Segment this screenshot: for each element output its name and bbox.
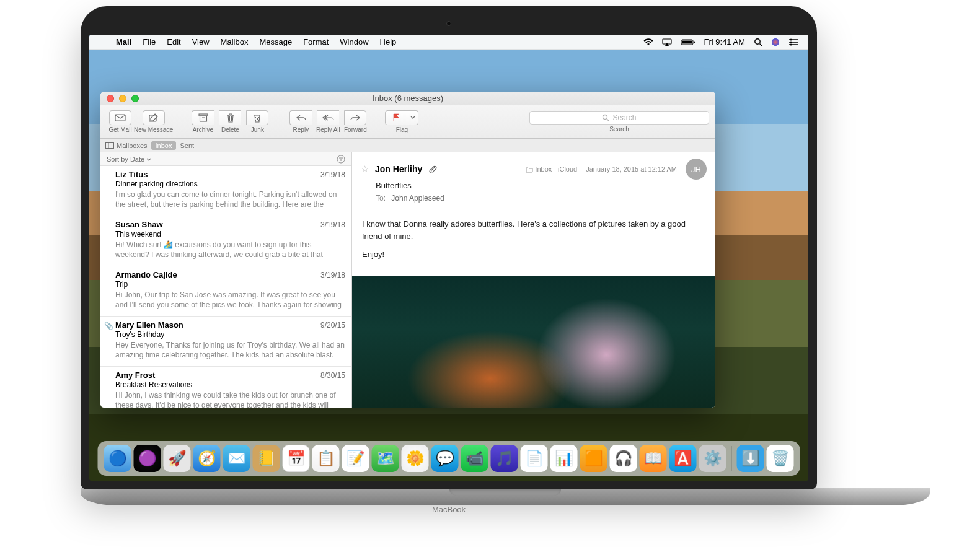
- dock-notes[interactable]: 📝: [342, 445, 369, 472]
- dock-ibooks[interactable]: 📖: [640, 445, 667, 472]
- dock-calendar[interactable]: 📅: [283, 445, 310, 472]
- dock-finder[interactable]: 🔵: [104, 445, 131, 472]
- dock-safari[interactable]: 🧭: [193, 445, 221, 472]
- battery-icon[interactable]: [681, 38, 695, 46]
- search-input[interactable]: Search: [529, 111, 709, 125]
- message-subject: Trip: [115, 280, 345, 289]
- siri-icon[interactable]: [771, 38, 780, 46]
- menu-help[interactable]: Help: [374, 37, 402, 46]
- spotlight-icon[interactable]: [754, 38, 762, 46]
- reader-folder[interactable]: Inbox - iCloud: [526, 165, 577, 173]
- menu-edit[interactable]: Edit: [161, 37, 186, 46]
- sort-bar[interactable]: Sort by Date: [100, 152, 351, 166]
- dock-maps[interactable]: 🗺️: [372, 445, 399, 472]
- junk-button[interactable]: Junk: [244, 110, 271, 133]
- chevron-down-icon: [146, 158, 151, 162]
- dock-music[interactable]: 🎧: [610, 445, 637, 472]
- reader-attachment-image[interactable]: [352, 276, 715, 408]
- delete-button[interactable]: Delete: [216, 110, 244, 133]
- menu-clock[interactable]: Fri 9:41 AM: [704, 37, 745, 46]
- mailboxes-label: Mailboxes: [117, 142, 148, 149]
- to-label: To:: [376, 194, 386, 203]
- desktop-screen: Mail File Edit View Mailbox Message Form…: [89, 35, 808, 481]
- reader-datetime: January 18, 2015 at 12:12 AM: [586, 165, 677, 173]
- reply-all-icon: [322, 114, 335, 121]
- dock-itunes[interactable]: 🎵: [491, 445, 518, 472]
- menu-view[interactable]: View: [187, 37, 215, 46]
- menu-file[interactable]: File: [137, 37, 161, 46]
- reply-label: Reply: [293, 126, 309, 133]
- message-preview: Hey Everyone, Thanks for joining us for …: [115, 340, 345, 361]
- message-date: 3/19/18: [320, 170, 345, 179]
- reader-body[interactable]: I know that Donna really adores butterfl…: [352, 209, 715, 276]
- reader-body-p1: I know that Donna really adores butterfl…: [362, 218, 705, 242]
- dock-siri[interactable]: 🟣: [134, 445, 161, 472]
- reply-button[interactable]: Reply: [287, 110, 314, 133]
- message-item[interactable]: Susan Shaw3/19/18This weekendHi! Which s…: [100, 216, 351, 266]
- menu-app-name[interactable]: Mail: [110, 37, 137, 46]
- new-message-button[interactable]: New Message: [134, 110, 173, 133]
- message-subject: This weekend: [115, 230, 345, 238]
- message-date: 9/20/15: [320, 321, 345, 330]
- message-item[interactable]: Armando Cajide3/19/18TripHi John, Our tr…: [100, 266, 351, 317]
- airplay-icon[interactable]: [662, 38, 672, 46]
- tab-sent[interactable]: Sent: [180, 142, 194, 149]
- svg-rect-25: [106, 142, 114, 148]
- get-mail-button[interactable]: Get Mail: [107, 110, 134, 133]
- wifi-icon[interactable]: [643, 38, 653, 46]
- message-sender: Mary Ellen Mason: [115, 320, 183, 330]
- dock-appstore[interactable]: 🅰️: [669, 445, 697, 472]
- message-item[interactable]: 📎Mary Ellen Mason9/20/15Troy's BirthdayH…: [100, 317, 351, 367]
- dock-photos[interactable]: 🌼: [402, 445, 429, 472]
- to-recipient: John Appleseed: [391, 194, 444, 203]
- dock-mail[interactable]: ✉️: [223, 445, 250, 472]
- menu-message[interactable]: Message: [254, 37, 298, 46]
- menu-format[interactable]: Format: [298, 37, 334, 46]
- forward-icon: [350, 114, 361, 121]
- message-list[interactable]: Liz Titus3/19/18Dinner parking direction…: [100, 166, 351, 408]
- menu-mailbox[interactable]: Mailbox: [215, 37, 254, 46]
- filter-icon[interactable]: [337, 155, 345, 164]
- dock-trash[interactable]: 🗑️: [767, 445, 794, 472]
- message-preview: I'm so glad you can come to dinner tonig…: [115, 190, 345, 211]
- dock-pages[interactable]: 📄: [521, 445, 548, 472]
- flag-button[interactable]: Flag: [385, 110, 418, 133]
- mailboxes-toggle[interactable]: Mailboxes: [105, 142, 148, 149]
- flag-icon: [392, 113, 400, 122]
- dock-messages[interactable]: 💬: [431, 445, 459, 472]
- message-subject: Breakfast Reservations: [115, 380, 345, 389]
- dock-keynote[interactable]: 🟧: [580, 445, 607, 472]
- dock-facetime[interactable]: 📹: [461, 445, 488, 472]
- archive-button[interactable]: Archive: [189, 110, 216, 133]
- dock-contacts[interactable]: 📒: [253, 445, 280, 472]
- dock-system-preferences[interactable]: ⚙️: [699, 445, 726, 472]
- message-date: 3/19/18: [320, 271, 345, 279]
- star-icon[interactable]: ☆: [361, 164, 369, 175]
- svg-rect-2: [682, 40, 692, 43]
- dock-downloads[interactable]: ⬇️: [737, 445, 764, 472]
- menu-window[interactable]: Window: [334, 37, 374, 46]
- delete-label: Delete: [221, 126, 239, 133]
- message-item[interactable]: Liz Titus3/19/18Dinner parking direction…: [100, 166, 351, 216]
- message-item[interactable]: Amy Frost8/30/15Breakfast ReservationsHi…: [100, 367, 351, 408]
- tab-inbox[interactable]: Inbox: [151, 141, 177, 150]
- reply-all-button[interactable]: Reply All: [314, 110, 342, 133]
- dock-reminders[interactable]: 📋: [312, 445, 340, 472]
- dock-separator: [731, 446, 732, 471]
- message-sender: Susan Shaw: [115, 220, 163, 229]
- favorites-bar: Mailboxes Inbox Sent: [100, 139, 715, 152]
- svg-point-13: [790, 43, 792, 45]
- window-title-bar[interactable]: Inbox (6 messages): [100, 92, 715, 105]
- message-preview: Hi! Which surf 🏄 excursions do you want …: [115, 240, 345, 261]
- search-icon: [602, 114, 609, 121]
- forward-button[interactable]: Forward: [342, 110, 369, 133]
- notification-center-icon[interactable]: [788, 38, 798, 46]
- laptop-brand: MacBook: [432, 505, 466, 514]
- svg-rect-14: [115, 115, 125, 121]
- junk-icon: [253, 113, 262, 123]
- dock-numbers[interactable]: 📊: [550, 445, 578, 472]
- svg-rect-3: [694, 41, 695, 43]
- envelope-icon: [115, 114, 126, 121]
- dock-launchpad[interactable]: 🚀: [164, 445, 191, 472]
- forward-label: Forward: [344, 126, 367, 133]
